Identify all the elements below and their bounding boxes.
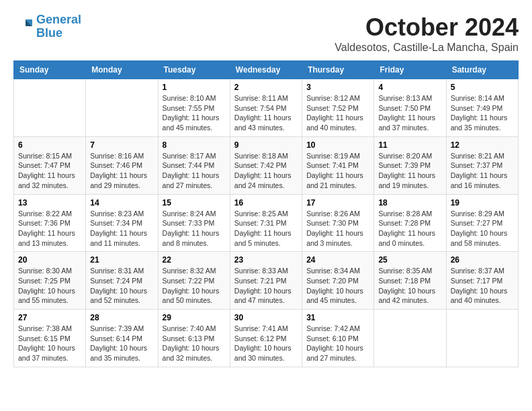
day-number: 12: [451, 140, 514, 150]
day-number: 27: [18, 313, 81, 322]
day-info: Sunrise: 8:20 AMSunset: 7:39 PMDaylight:…: [378, 151, 441, 191]
day-number: 18: [378, 198, 441, 208]
location-subtitle: Valdesotos, Castille-La Mancha, Spain: [335, 42, 519, 54]
day-info: Sunrise: 8:29 AMSunset: 7:27 PMDaylight:…: [451, 209, 514, 248]
logo-icon: [13, 17, 34, 37]
day-number: 14: [90, 198, 153, 208]
calendar-cell: 9Sunrise: 8:18 AMSunset: 7:42 PMDaylight…: [230, 136, 302, 194]
day-number: 31: [306, 313, 369, 322]
day-info: Sunrise: 8:10 AMSunset: 7:55 PMDaylight:…: [163, 93, 226, 133]
day-number: 7: [90, 140, 153, 150]
calendar-cell: 14Sunrise: 8:23 AMSunset: 7:34 PMDayligh…: [86, 194, 158, 252]
calendar-cell: 4Sunrise: 8:13 AMSunset: 7:50 PMDaylight…: [374, 79, 446, 137]
calendar-cell: 7Sunrise: 8:16 AMSunset: 7:46 PMDaylight…: [86, 136, 158, 194]
calendar-week-2: 6Sunrise: 8:15 AMSunset: 7:47 PMDaylight…: [14, 136, 519, 194]
day-info: Sunrise: 8:17 AMSunset: 7:44 PMDaylight:…: [163, 151, 226, 191]
day-number: 19: [451, 198, 514, 208]
calendar-cell: 10Sunrise: 8:19 AMSunset: 7:41 PMDayligh…: [302, 136, 374, 194]
calendar-table: SundayMondayTuesdayWednesdayThursdayFrid…: [13, 60, 519, 367]
calendar-week-5: 27Sunrise: 7:38 AMSunset: 6:15 PMDayligh…: [14, 310, 519, 367]
calendar-cell: [86, 79, 158, 137]
calendar-cell: 27Sunrise: 7:38 AMSunset: 6:15 PMDayligh…: [14, 310, 86, 367]
day-info: Sunrise: 8:12 AMSunset: 7:52 PMDaylight:…: [306, 93, 369, 133]
calendar-cell: 28Sunrise: 7:39 AMSunset: 6:14 PMDayligh…: [86, 310, 158, 367]
day-number: 20: [18, 255, 81, 265]
day-info: Sunrise: 8:31 AMSunset: 7:24 PMDaylight:…: [90, 266, 153, 306]
calendar-cell: 12Sunrise: 8:21 AMSunset: 7:37 PMDayligh…: [446, 136, 518, 194]
day-info: Sunrise: 8:22 AMSunset: 7:36 PMDaylight:…: [18, 209, 81, 248]
weekday-header-row: SundayMondayTuesdayWednesdayThursdayFrid…: [14, 61, 519, 79]
logo: General Blue: [13, 13, 81, 40]
calendar-cell: 23Sunrise: 8:33 AMSunset: 7:21 PMDayligh…: [230, 252, 302, 310]
calendar-cell: 11Sunrise: 8:20 AMSunset: 7:39 PMDayligh…: [374, 136, 446, 194]
calendar-cell: 8Sunrise: 8:17 AMSunset: 7:44 PMDaylight…: [158, 136, 230, 194]
calendar-cell: 30Sunrise: 7:41 AMSunset: 6:12 PMDayligh…: [230, 310, 302, 367]
day-number: 2: [234, 83, 298, 92]
calendar-cell: 5Sunrise: 8:14 AMSunset: 7:49 PMDaylight…: [446, 79, 518, 137]
weekday-header-sunday: Sunday: [14, 61, 86, 79]
day-info: Sunrise: 8:16 AMSunset: 7:46 PMDaylight:…: [90, 151, 153, 191]
weekday-header-wednesday: Wednesday: [230, 61, 302, 79]
day-number: 28: [90, 313, 153, 322]
calendar-cell: [14, 79, 86, 137]
day-number: 9: [234, 140, 298, 150]
page-header: General Blue October 2024 Valdesotos, Ca…: [13, 13, 519, 54]
day-number: 4: [378, 83, 441, 92]
day-number: 6: [18, 140, 81, 150]
day-info: Sunrise: 7:39 AMSunset: 6:14 PMDaylight:…: [90, 324, 153, 363]
calendar-cell: 19Sunrise: 8:29 AMSunset: 7:27 PMDayligh…: [446, 194, 518, 252]
day-info: Sunrise: 8:13 AMSunset: 7:50 PMDaylight:…: [378, 93, 441, 133]
day-info: Sunrise: 8:18 AMSunset: 7:42 PMDaylight:…: [234, 151, 298, 191]
day-info: Sunrise: 8:30 AMSunset: 7:25 PMDaylight:…: [18, 266, 81, 306]
calendar-cell: 16Sunrise: 8:25 AMSunset: 7:31 PMDayligh…: [230, 194, 302, 252]
day-info: Sunrise: 8:24 AMSunset: 7:33 PMDaylight:…: [163, 209, 226, 248]
weekday-header-monday: Monday: [86, 61, 158, 79]
calendar-cell: 20Sunrise: 8:30 AMSunset: 7:25 PMDayligh…: [14, 252, 86, 310]
day-number: 8: [163, 140, 226, 150]
day-info: Sunrise: 8:32 AMSunset: 7:22 PMDaylight:…: [163, 266, 226, 306]
day-info: Sunrise: 8:23 AMSunset: 7:34 PMDaylight:…: [90, 209, 153, 248]
calendar-week-1: 1Sunrise: 8:10 AMSunset: 7:55 PMDaylight…: [14, 79, 519, 137]
day-number: 1: [163, 83, 226, 92]
day-info: Sunrise: 7:38 AMSunset: 6:15 PMDaylight:…: [18, 324, 81, 363]
day-info: Sunrise: 8:19 AMSunset: 7:41 PMDaylight:…: [306, 151, 369, 191]
day-info: Sunrise: 8:33 AMSunset: 7:21 PMDaylight:…: [234, 266, 298, 306]
calendar-week-3: 13Sunrise: 8:22 AMSunset: 7:36 PMDayligh…: [14, 194, 519, 252]
month-title: October 2024: [335, 13, 519, 42]
day-number: 3: [306, 83, 369, 92]
day-info: Sunrise: 7:40 AMSunset: 6:13 PMDaylight:…: [163, 324, 226, 363]
calendar-cell: 15Sunrise: 8:24 AMSunset: 7:33 PMDayligh…: [158, 194, 230, 252]
day-number: 24: [306, 255, 369, 265]
day-number: 11: [378, 140, 441, 150]
calendar-cell: 22Sunrise: 8:32 AMSunset: 7:22 PMDayligh…: [158, 252, 230, 310]
day-info: Sunrise: 7:42 AMSunset: 6:10 PMDaylight:…: [306, 324, 369, 363]
day-number: 16: [234, 198, 298, 208]
day-number: 5: [451, 83, 514, 92]
calendar-cell: 29Sunrise: 7:40 AMSunset: 6:13 PMDayligh…: [158, 310, 230, 367]
calendar-cell: 24Sunrise: 8:34 AMSunset: 7:20 PMDayligh…: [302, 252, 374, 310]
calendar-cell: 2Sunrise: 8:11 AMSunset: 7:54 PMDaylight…: [230, 79, 302, 137]
title-block: October 2024 Valdesotos, Castille-La Man…: [335, 13, 519, 54]
day-info: Sunrise: 8:21 AMSunset: 7:37 PMDaylight:…: [451, 151, 514, 191]
calendar-cell: 6Sunrise: 8:15 AMSunset: 7:47 PMDaylight…: [14, 136, 86, 194]
weekday-header-saturday: Saturday: [446, 61, 518, 79]
day-number: 26: [451, 255, 514, 265]
day-number: 13: [18, 198, 81, 208]
day-info: Sunrise: 8:15 AMSunset: 7:47 PMDaylight:…: [18, 151, 81, 191]
calendar-cell: 17Sunrise: 8:26 AMSunset: 7:30 PMDayligh…: [302, 194, 374, 252]
day-info: Sunrise: 8:35 AMSunset: 7:18 PMDaylight:…: [378, 266, 441, 306]
weekday-header-thursday: Thursday: [302, 61, 374, 79]
day-info: Sunrise: 8:34 AMSunset: 7:20 PMDaylight:…: [306, 266, 369, 306]
calendar-cell: 18Sunrise: 8:28 AMSunset: 7:28 PMDayligh…: [374, 194, 446, 252]
weekday-header-friday: Friday: [374, 61, 446, 79]
calendar-cell: 3Sunrise: 8:12 AMSunset: 7:52 PMDaylight…: [302, 79, 374, 137]
calendar-body: 1Sunrise: 8:10 AMSunset: 7:55 PMDaylight…: [14, 79, 519, 367]
calendar-cell: 13Sunrise: 8:22 AMSunset: 7:36 PMDayligh…: [14, 194, 86, 252]
calendar-week-4: 20Sunrise: 8:30 AMSunset: 7:25 PMDayligh…: [14, 252, 519, 310]
day-info: Sunrise: 8:26 AMSunset: 7:30 PMDaylight:…: [306, 209, 369, 248]
calendar-cell: 21Sunrise: 8:31 AMSunset: 7:24 PMDayligh…: [86, 252, 158, 310]
day-number: 10: [306, 140, 369, 150]
calendar-cell: 26Sunrise: 8:37 AMSunset: 7:17 PMDayligh…: [446, 252, 518, 310]
day-info: Sunrise: 8:28 AMSunset: 7:28 PMDaylight:…: [378, 209, 441, 248]
day-number: 17: [306, 198, 369, 208]
